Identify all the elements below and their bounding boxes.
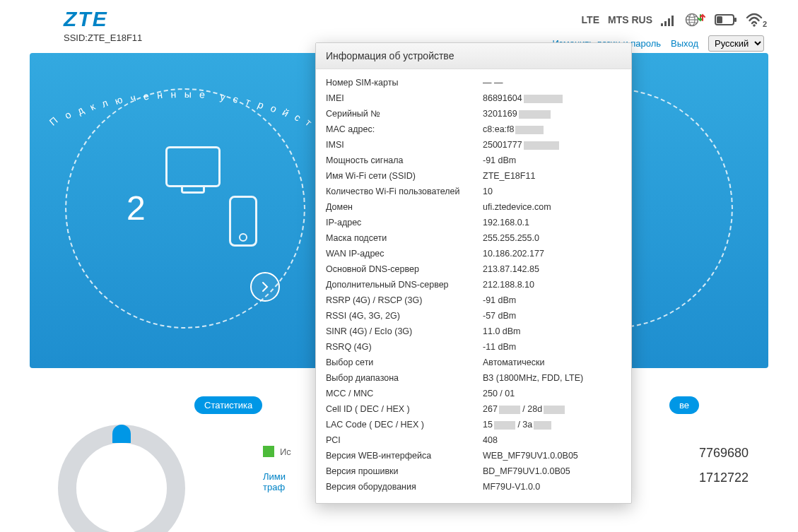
info-row: RSRQ (4G)-11 dBm [326, 339, 621, 355]
info-row: WAN IP-адрес10.186.202.177 [326, 246, 621, 261]
info-row: IMSI25001777 [326, 137, 621, 153]
redacted [524, 141, 559, 150]
svg-rect-0 [661, 23, 663, 26]
info-row: Доменufi.ztedevice.com [326, 199, 621, 215]
svg-point-10 [753, 24, 756, 27]
info-value: -11 dBm [483, 342, 621, 352]
info-key: LAC Code ( DEC / HEX ) [326, 420, 483, 430]
info-value: 212.188.8.10 [483, 280, 621, 290]
info-value: c8:ea:f8 [483, 124, 621, 134]
globe-icon [685, 13, 706, 27]
info-row: Версия прошивкиBD_MF79UV1.0.0B05 [326, 463, 621, 479]
right-badge[interactable]: ве [669, 396, 699, 414]
redacted [534, 421, 551, 430]
info-key: Серийный № [326, 109, 483, 119]
info-row: Выбор диапазонаB3 (1800MHz, FDD, LTE) [326, 370, 621, 386]
info-value: -57 dBm [483, 311, 621, 321]
info-value: 15 / 3a [483, 420, 621, 430]
info-row: LAC Code ( DEC / HEX )15 / 3a [326, 417, 621, 432]
redacted [515, 126, 544, 134]
info-key: Дополнительный DNS-сервер [326, 280, 483, 290]
info-key: Мощность сигнала [326, 155, 483, 165]
info-key: Версия WEB-интерфейса [326, 451, 483, 461]
device-count: 2 [127, 189, 146, 227]
next-button[interactable] [250, 272, 280, 302]
devices-circle: Подключенные устройства 2 [65, 88, 305, 329]
traffic-donut [58, 425, 185, 532]
info-value: 10 [483, 187, 621, 196]
legend-used-label: Ис [280, 447, 291, 457]
redacted [499, 406, 520, 414]
device-info-modal: Информация об устройстве Номер SIM-карты… [315, 42, 632, 504]
info-value: 408 [483, 435, 621, 445]
operator: MTS RUS [608, 14, 652, 25]
stat-number-2: 1712722 [699, 471, 749, 485]
chevron-right-icon [259, 281, 271, 292]
modal-body: Номер SIM-карты— —IMEI86891604Серийный №… [316, 69, 631, 503]
device-icons [165, 146, 221, 187]
network-type: LTE [582, 14, 599, 25]
info-value: 192.168.0.1 [483, 218, 621, 227]
redacted [544, 406, 565, 414]
info-row: Основной DNS-сервер213.87.142.85 [326, 261, 621, 277]
info-row: RSSI (4G, 3G, 2G)-57 dBm [326, 308, 621, 324]
redacted [519, 110, 551, 119]
info-value: 213.87.142.85 [483, 264, 621, 274]
info-key: MAC адрес: [326, 124, 483, 134]
svg-rect-3 [671, 16, 674, 26]
info-row: Количество Wi-Fi пользователей10 [326, 184, 621, 199]
info-value: 25001777 [483, 140, 621, 150]
info-key: IMEI [326, 93, 483, 103]
info-row: MCC / MNC250 / 01 [326, 386, 621, 401]
info-key: Количество Wi-Fi пользователей [326, 187, 483, 196]
info-key: Cell ID ( DEC / HEX ) [326, 404, 483, 414]
info-row: Выбор сетиАвтоматически [326, 355, 621, 370]
info-row: Дополнительный DNS-сервер212.188.8.10 [326, 277, 621, 292]
info-value: -91 dBm [483, 295, 621, 305]
ssid-value: ZTE_E18F11 [88, 32, 142, 43]
info-row: Серийный №3201169 [326, 106, 621, 122]
monitor-icon [165, 146, 221, 187]
info-key: RSRP (4G) / RSCP (3G) [326, 295, 483, 305]
wifi-icon: 2 [746, 13, 764, 27]
info-value: 10.186.202.177 [483, 249, 621, 259]
info-key: Маска подсети [326, 233, 483, 243]
redacted [494, 421, 515, 430]
info-key: IP-адрес [326, 218, 483, 227]
info-key: WAN IP-адрес [326, 249, 483, 259]
info-row: Номер SIM-карты— — [326, 75, 621, 90]
info-row: PCI408 [326, 432, 621, 448]
legend-swatch-used [263, 446, 274, 457]
info-row: IP-адрес192.168.0.1 [326, 215, 621, 230]
info-key: RSRQ (4G) [326, 342, 483, 352]
info-key: SINR (4G) / EcIo (3G) [326, 326, 483, 336]
stats-badge[interactable]: Статистика [194, 396, 262, 414]
info-value: 267 / 28d [483, 404, 621, 414]
info-row: RSRP (4G) / RSCP (3G)-91 dBm [326, 292, 621, 308]
info-row: SINR (4G) / EcIo (3G)11.0 dBm [326, 324, 621, 339]
info-value: ZTE_E18F11 [483, 171, 621, 181]
info-key: Домен [326, 202, 483, 212]
info-value: 250 / 01 [483, 389, 621, 398]
info-value: 255.255.255.0 [483, 233, 621, 243]
info-key: Основной DNS-сервер [326, 264, 483, 274]
info-key: PCI [326, 435, 483, 445]
modal-title: Информация об устройстве [316, 43, 631, 69]
info-row: IMEI86891604 [326, 90, 621, 106]
logout-link[interactable]: Выход [671, 38, 698, 49]
svg-rect-2 [668, 18, 670, 26]
info-row: Cell ID ( DEC / HEX )267 / 28d [326, 401, 621, 417]
ssid-label: SSID: [64, 32, 88, 43]
svg-rect-1 [664, 21, 667, 26]
signal-icon [661, 13, 676, 26]
traffic-limit-link[interactable]: Лими траф [263, 471, 291, 492]
language-select[interactable]: Русский [708, 35, 764, 52]
info-key: IMSI [326, 140, 483, 150]
info-key: Версия прошивки [326, 466, 483, 476]
info-key: RSSI (4G, 3G, 2G) [326, 311, 483, 321]
stat-number-1: 7769680 [699, 446, 749, 461]
info-value: Автоматически [483, 357, 621, 367]
info-row: Версия WEB-интерфейсаWEB_MF79UV1.0.0B05 [326, 448, 621, 463]
info-value: 86891604 [483, 93, 621, 103]
info-value: WEB_MF79UV1.0.0B05 [483, 451, 621, 461]
